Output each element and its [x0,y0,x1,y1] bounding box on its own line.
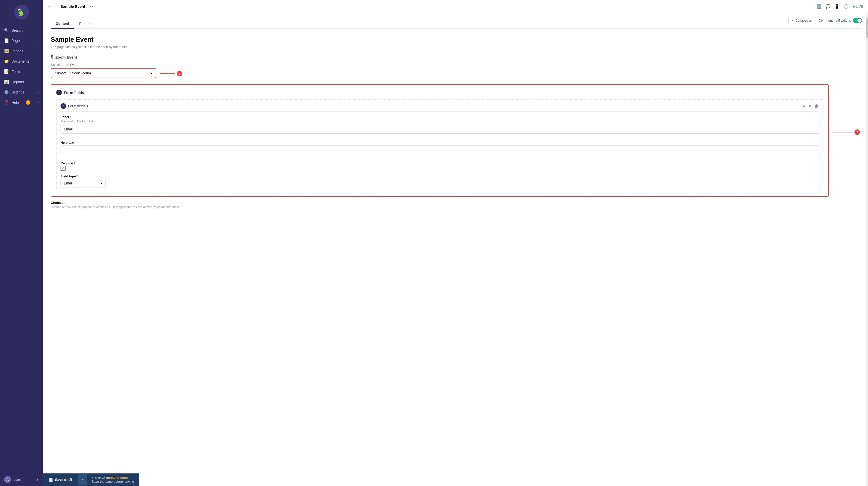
info-icon[interactable]: ℹ️ [816,4,822,9]
back-button[interactable]: ← [48,4,52,9]
chevron-right-icon: › [38,39,39,42]
move-up-button[interactable]: ∧ [802,103,806,109]
sidebar-item-images[interactable]: 🖼️ Images [0,46,43,56]
unsaved-highlight: unsaved edits [106,476,128,480]
label-input[interactable] [61,125,819,134]
reports-icon: 📊 [4,80,9,84]
choices-hint: Comma or new line separated list of choi… [51,205,860,209]
chevron-right-icon: › [38,90,39,94]
collapse-icon: ⤢ [791,19,794,22]
sidebar-item-documents[interactable]: 📁 Documents [0,56,43,66]
profile-chevron: ▲ [36,478,39,481]
required-checkbox-wrapper: ✓ [61,166,819,171]
sidebar-item-help[interactable]: ❓ Help 2 › [0,97,43,108]
zoom-section-header: ¶ Zoom Event [51,55,860,59]
tab-promote[interactable]: Promote [74,19,97,29]
annotation-badge-1: 1 [177,71,182,77]
sidebar-item-label: Help [11,100,19,104]
move-down-button[interactable]: ∨ [808,103,812,109]
content-area: ⤢ Collapse all Comment notifications Con… [43,13,868,486]
annotation-2: 2 [833,129,860,135]
live-badge[interactable]: LIVE [853,4,863,8]
help-text-field-group: Help text [61,141,819,158]
sidebar-item-forms[interactable]: 📝 Forms [0,66,43,77]
delete-field-button[interactable]: 🗑 [814,103,819,109]
choices-section: Choices Comma or new line separated list… [51,201,860,231]
sidebar-item-label: Search [11,28,23,32]
save-bar: 📄 Save draft ∧ You have unsaved edits Sa… [43,474,139,486]
page-title: Sample Event [61,4,85,8]
field-type-select[interactable]: Email ▾ [61,179,106,187]
help-badge: 2 [26,100,30,105]
sidebar-item-label: Documents [11,59,29,63]
avatar: A [4,476,11,483]
required-indicator: * [76,174,78,178]
comment-notifications-toggle[interactable] [853,18,862,23]
zoom-selected-value: Climate Outlook Forum [55,71,91,75]
mobile-preview-icon[interactable]: 📱 [835,4,840,9]
top-actions: ⤢ Collapse all Comment notifications [788,17,862,24]
zoom-section: ¶ Zoom Event Select Zoom Event Climate O… [51,55,860,79]
save-icon: 📄 [49,478,53,482]
label-field-hint: The label of the form field [61,120,819,123]
zoom-section-label: Select Zoom Event [51,63,860,67]
form-fields-box: ✓ Form fields ✓ Form fields 1 ∧ ∨ 🗑 [51,84,829,197]
history-icon[interactable]: 🕐 [844,4,849,9]
sidebar-logo: 🦜 [0,0,43,23]
zoom-dropdown-wrapper: Climate Outlook Forum ▾ [51,68,156,78]
sidebar-item-pages[interactable]: 📄 Pages › [0,35,43,46]
help-text-label: Help text [61,141,819,145]
sidebar-item-search[interactable]: 🔍 Search [0,25,43,35]
content-tabs: Content Promote [51,19,860,29]
scrollbar-thumb[interactable] [866,18,868,38]
live-label: LIVE [856,4,863,8]
annotation-arrow-line-2 [833,132,853,132]
save-options-button[interactable]: ∧ [78,474,87,485]
comment-notifications-label: Comment notifications [818,19,851,22]
collapse-all-button[interactable]: ⤢ Collapse all [788,17,815,24]
chevron-down-icon: ▾ [150,71,152,75]
unsaved-text: You have unsaved edits [92,476,134,480]
required-indicator: * [69,115,71,119]
required-field-group: Required ✓ [61,161,819,171]
checkmark-icon: ✓ [62,166,65,171]
pages-icon: 📄 [4,38,9,43]
label-field-group: Label* The label of the form field [61,115,819,137]
paragraph-icon: ¶ [51,55,53,59]
tab-content[interactable]: Content [51,19,74,29]
main-content: ← ··· Sample Event ··· ℹ️ 💬 📱 🕐 LIVE ⤢ C… [43,0,868,486]
field-type-label: Field type* [61,174,819,178]
form-field-actions: ∧ ∨ 🗑 [802,103,819,109]
form-fields-1-header: ✓ Form fields 1 ∧ ∨ 🗑 [61,103,819,112]
save-draft-button[interactable]: 📄 Save draft [43,474,78,485]
live-indicator [853,5,855,7]
sidebar-item-reports[interactable]: 📊 Reports › [0,77,43,87]
topbar: ← ··· Sample Event ··· ℹ️ 💬 📱 🕐 LIVE [43,0,868,13]
chevron-right-icon: › [38,80,39,84]
zoom-event-dropdown[interactable]: Climate Outlook Forum ▾ [51,69,156,78]
form-fields-wrapper: ✓ Form fields ✓ Form fields 1 ∧ ∨ 🗑 [51,84,860,201]
scrollbar-track[interactable] [866,13,868,486]
sidebar-item-settings[interactable]: ⚙️ Settings › [0,87,43,97]
choices-label: Choices [51,201,860,205]
more-options-button[interactable]: ··· [88,4,93,9]
event-title: Sample Event [51,36,860,43]
breadcrumb-dots: ··· [55,4,58,8]
sidebar-item-label: Images [11,49,23,53]
collapse-label: Collapse all [796,19,812,22]
form-fields-check-icon: ✓ [56,90,62,95]
form-fields-1-title: Form fields 1 [68,104,88,108]
user-profile[interactable]: A admin ▲ [0,473,43,486]
images-icon: 🖼️ [4,49,9,53]
label-field-label: Label* [61,115,819,119]
sidebar: 🦜 🔍 Search 📄 Pages › 🖼️ Images 📁 Documen… [0,0,43,486]
forms-icon: 📝 [4,69,9,74]
search-icon: 🔍 [4,28,9,33]
field-type-group: Field type* Email ▾ [61,174,819,187]
help-text-input[interactable] [61,145,819,154]
required-label: Required [61,161,819,165]
comments-icon[interactable]: 💬 [826,4,831,9]
sidebar-item-label: Pages [11,39,22,43]
annotation-badge-2: 2 [855,129,860,135]
required-checkbox[interactable]: ✓ [61,166,66,171]
